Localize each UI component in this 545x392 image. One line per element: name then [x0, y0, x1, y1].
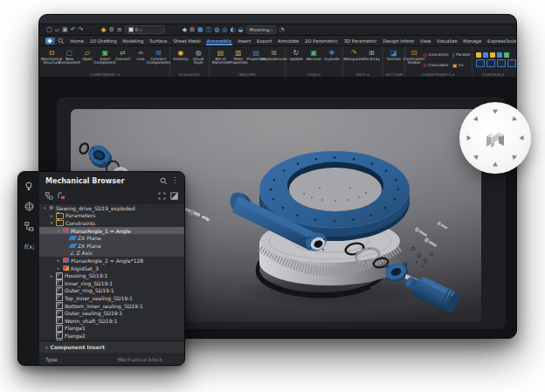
snap-settings-icon[interactable]: ⊞: [190, 27, 195, 33]
expander-open-icon[interactable]: ▾: [56, 228, 61, 233]
constraints-toolbar-icon[interactable]: ⊡: [411, 49, 417, 57]
tab-export[interactable]: Export: [254, 37, 275, 45]
explode-icon[interactable]: ❖: [328, 49, 335, 57]
mass-properties-icon[interactable]: ▥: [235, 49, 242, 57]
properties-icon[interactable]: ▤: [252, 49, 259, 57]
visibility-icon[interactable]: ◉: [177, 49, 183, 57]
panel-tab-render-bulb-icon[interactable]: [24, 181, 34, 191]
control-toggle-1[interactable]: [476, 59, 485, 67]
section-button[interactable]: ◪Section: [385, 47, 403, 72]
tab-surface[interactable]: Surface: [147, 37, 170, 45]
visibility-button[interactable]: ◉Visibility: [172, 47, 190, 72]
tab-design-intent[interactable]: Design Intent: [380, 37, 417, 45]
tree-item-outer-ring-sd19-1[interactable]: Outer_ring_SD19:1: [39, 287, 184, 295]
search-icon[interactable]: [58, 38, 65, 45]
app-menu-button[interactable]: [45, 38, 55, 45]
tree-item-zx-plane[interactable]: ZX Plane: [39, 242, 184, 250]
expander-closed-icon[interactable]: ▸: [56, 265, 61, 271]
2d-array-icon[interactable]: ⊞: [369, 49, 375, 57]
control-icon-1[interactable]: [476, 52, 481, 58]
component-insert-section-header[interactable]: ▾ Component insert: [39, 340, 184, 353]
search-icon[interactable]: [160, 177, 168, 185]
orbit-shaded-icon[interactable]: ◍: [214, 27, 219, 33]
panel-tab-model-sphere-icon[interactable]: [24, 201, 34, 211]
bolts-3d[interactable]: [411, 221, 448, 267]
mechanical-structure-icon[interactable]: ⊟: [49, 49, 55, 57]
tree-item-constraints[interactable]: ▾Constraints: [39, 219, 184, 227]
expand-frame-icon[interactable]: [158, 192, 166, 200]
tree-item-planarangle-2-angle-128[interactable]: ▸PlanarAngle_2 = Angle*128: [39, 257, 184, 265]
property-row[interactable]: Type Mechanical block: [39, 353, 184, 365]
tree-item-inner-ring-sd19-1[interactable]: Inner_ring_SD19:1: [39, 279, 184, 287]
update-icon[interactable]: ↻: [293, 49, 300, 57]
tab-sheet-metal[interactable]: Sheet Metal: [170, 37, 204, 45]
layers-icon[interactable]: ≡: [117, 27, 122, 33]
convert-icon[interactable]: ⇄: [120, 49, 126, 57]
visibility-bulb-icon[interactable]: ◉: [100, 27, 106, 33]
convert-button[interactable]: ⇄Convert: [114, 47, 132, 72]
concentric-button[interactable]: ◎Concentric: [423, 50, 449, 60]
explode-button[interactable]: ❖Explode: [323, 47, 341, 72]
tab-3d-parametric[interactable]: 3D Parametric: [341, 37, 380, 45]
control-icon-5[interactable]: [504, 52, 509, 58]
control-toggle-4[interactable]: [507, 59, 516, 67]
control-icon-3[interactable]: [490, 52, 495, 58]
tab-modeling[interactable]: Modeling: [120, 37, 147, 45]
parallel-button[interactable]: ∥Parallel: [452, 50, 470, 60]
tree-item-planarangle-1-angle[interactable]: ▾PlanarAngle_1 = Angle: [39, 227, 184, 235]
connect-components-icon[interactable]: ⊞: [155, 49, 162, 57]
tab-2d-drafting[interactable]: 2D Drafting: [86, 37, 119, 45]
update-button[interactable]: ↻Update: [287, 47, 305, 72]
new-file-icon[interactable]: ▢: [46, 27, 52, 33]
tab-insert[interactable]: Insert: [235, 37, 254, 45]
settings-gear-icon[interactable]: ⚙: [109, 27, 114, 33]
fix-icon[interactable]: ▣: [452, 63, 458, 68]
control-toggle-2[interactable]: [486, 59, 495, 67]
bill-of-materials-button[interactable]: ▤Bill of Materials: [211, 47, 229, 72]
fix-button[interactable]: ▣Fix: [452, 60, 470, 71]
open-icon[interactable]: ▱: [85, 49, 90, 57]
recover-button[interactable]: ▣Recover: [305, 47, 322, 72]
constraints-toolbar-button[interactable]: ⊡Constraints Toolbar: [407, 47, 421, 72]
dependencies-button[interactable]: ⊞Dependencies: [265, 47, 282, 72]
control-icon-2[interactable]: [483, 52, 488, 58]
tree-item-bottom-inner-sealing-sd19-1[interactable]: Bottom_inner_sealing_SD19:1: [39, 302, 184, 310]
save-icon[interactable]: ▣: [62, 27, 68, 33]
new-component-icon[interactable]: ▢: [66, 49, 73, 57]
orbit-half-icon[interactable]: ◐: [230, 27, 235, 33]
concentric-icon[interactable]: ◎: [423, 52, 427, 58]
orbit-wire-icon[interactable]: ◎: [222, 27, 227, 33]
structure-toggle-icon[interactable]: [45, 192, 53, 200]
2d-array-button[interactable]: ⊞2D Array: [362, 47, 380, 72]
redo-icon[interactable]: ↷: [79, 27, 84, 33]
tab-view[interactable]: View: [417, 37, 433, 45]
help-icon[interactable]: ◔: [279, 27, 284, 33]
coincident-icon[interactable]: ⊙: [423, 63, 427, 68]
parallel-icon[interactable]: ∥: [452, 52, 455, 58]
constraint-filter-icon[interactable]: [58, 192, 66, 200]
insert-component-button[interactable]: ▣Insert Component: [96, 47, 114, 72]
tree-item-zx-plane[interactable]: ZX Plane: [39, 234, 184, 242]
control-icon-4[interactable]: [497, 52, 502, 58]
expander-open-icon[interactable]: ▾: [42, 205, 47, 210]
contrast-toggle-icon[interactable]: [170, 192, 178, 200]
orbit-dot-icon[interactable]: ◒: [238, 27, 244, 33]
visual-style-icon[interactable]: ◍: [196, 49, 202, 57]
more-menu-icon[interactable]: ⋮: [171, 177, 178, 184]
tree-item-parameters[interactable]: ▸Parameters: [39, 212, 184, 220]
tree-item-top-inner-sealing-sd19-1[interactable]: Top_inner_sealing_SD19:1: [39, 294, 184, 302]
panel-tab-structure-tree-icon[interactable]: [24, 221, 34, 231]
mass-properties-button[interactable]: ▥Mass Properties: [230, 47, 247, 72]
workspace-select[interactable]: Modeling▾: [246, 25, 277, 34]
tree-item-housing-sd19-1[interactable]: ▸Housing_SD19:1: [39, 272, 184, 279]
manipulate-icon[interactable]: ↷: [351, 49, 357, 57]
tree-item-outer-sealing-sd19-1[interactable]: Outer_sealing_SD19:1: [39, 309, 184, 317]
tab-manage[interactable]: Manage: [460, 37, 485, 45]
coincident-button[interactable]: ⊙Coincident: [423, 60, 449, 71]
tab-assembly[interactable]: Assembly: [204, 37, 234, 45]
new-component-button[interactable]: ▢New Component: [60, 47, 78, 72]
insert-component-icon[interactable]: ▣: [102, 49, 109, 57]
bill-of-materials-icon[interactable]: ▤: [217, 49, 224, 57]
tree-item-flange2[interactable]: Flange2: [39, 332, 184, 340]
select-cursor-icon[interactable]: ◆: [183, 27, 187, 33]
